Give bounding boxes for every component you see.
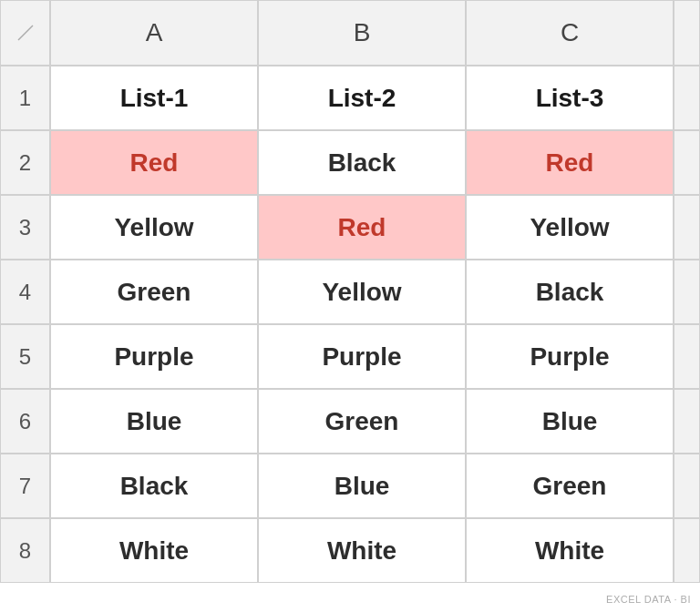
cell-b4: Yellow — [258, 260, 466, 324]
cell-c5: Purple — [466, 324, 674, 389]
spreadsheet-container: A B C 1 List-1 List-2 List-3 2 Red Black… — [0, 0, 700, 612]
col-header-b: B — [258, 0, 466, 66]
spreadsheet-grid: A B C 1 List-1 List-2 List-3 2 Red Black… — [0, 0, 700, 612]
cell-b7: Blue — [258, 454, 466, 518]
row-5-extra — [674, 324, 700, 389]
cell-c3: Yellow — [466, 195, 674, 260]
cell-b2: Black — [258, 130, 466, 195]
row-header-7: 7 — [0, 454, 50, 518]
cell-b5: Purple — [258, 324, 466, 389]
col-header-a: A — [50, 0, 258, 66]
cell-a4: Green — [50, 260, 258, 324]
row-3-extra — [674, 195, 700, 260]
row-header-8: 8 — [0, 518, 50, 583]
cell-c1: List-3 — [466, 66, 674, 130]
cell-c4: Black — [466, 260, 674, 324]
cell-c2: Red — [466, 130, 674, 195]
cell-c7: Green — [466, 454, 674, 518]
cell-a5: Purple — [50, 324, 258, 389]
cell-c6: Blue — [466, 389, 674, 454]
row-header-5: 5 — [0, 324, 50, 389]
row-4-extra — [674, 260, 700, 324]
row-8-extra — [674, 518, 700, 583]
cell-a3: Yellow — [50, 195, 258, 260]
cell-b6: Green — [258, 389, 466, 454]
cell-a6: Blue — [50, 389, 258, 454]
col-header-c: C — [466, 0, 674, 66]
spreadsheet-wrapper: A B C 1 List-1 List-2 List-3 2 Red Black… — [0, 0, 700, 612]
cell-b3: Red — [258, 195, 466, 260]
row-header-4: 4 — [0, 260, 50, 324]
cell-c8: White — [466, 518, 674, 583]
cell-b1: List-2 — [258, 66, 466, 130]
cell-b8: White — [258, 518, 466, 583]
corner-cell — [0, 0, 50, 66]
cell-a8: White — [50, 518, 258, 583]
svg-line-0 — [18, 26, 33, 40]
row-2-extra — [674, 130, 700, 195]
cell-a1: List-1 — [50, 66, 258, 130]
row-header-3: 3 — [0, 195, 50, 260]
row-header-6: 6 — [0, 389, 50, 454]
row-header-1: 1 — [0, 66, 50, 130]
row-6-extra — [674, 389, 700, 454]
cell-a2: Red — [50, 130, 258, 195]
col-header-extra — [674, 0, 700, 66]
watermark: EXCEL DATA · BI — [606, 594, 691, 605]
row-header-2: 2 — [0, 130, 50, 195]
cell-a7: Black — [50, 454, 258, 518]
row-1-extra — [674, 66, 700, 130]
row-7-extra — [674, 454, 700, 518]
